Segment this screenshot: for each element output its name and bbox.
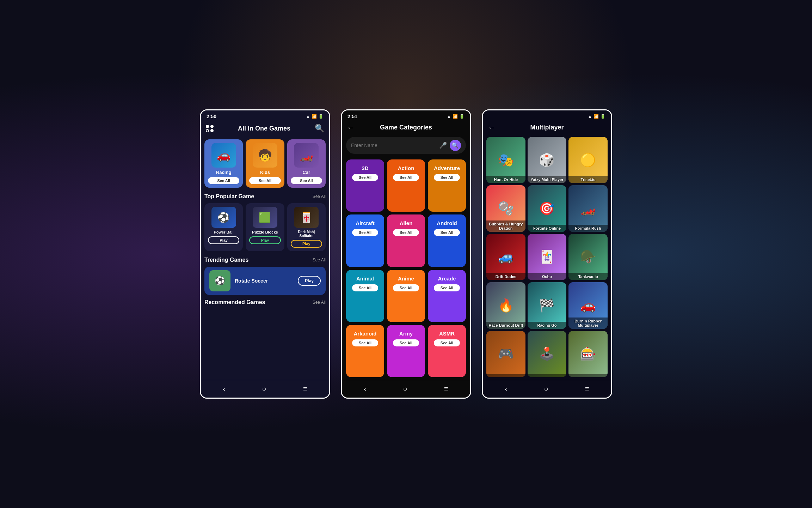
back-arrow-3[interactable]: ←: [488, 123, 496, 132]
game-powerball[interactable]: ⚽ Power Ball Play: [204, 203, 243, 251]
mp-triset[interactable]: 🟡 Triset.io: [568, 137, 608, 183]
back-btn-1[interactable]: ‹: [223, 385, 225, 393]
cat-army[interactable]: Army See All: [387, 325, 425, 377]
cat-card-kids[interactable]: 🧒 Kids See All: [246, 139, 284, 188]
search-submit-button[interactable]: 🔍: [450, 140, 461, 151]
mp-formula-rush[interactable]: 🏎️ Formula Rush: [568, 185, 608, 231]
menu-btn-1[interactable]: ≡: [303, 385, 307, 393]
mp-racing-go[interactable]: 🏁 Racing Go: [528, 282, 567, 328]
search-input[interactable]: [351, 143, 436, 148]
drift-label: Drift Dudes: [486, 273, 525, 280]
app-icon[interactable]: [206, 125, 214, 132]
home-btn-3[interactable]: ○: [544, 385, 548, 393]
kids-see-all-btn[interactable]: See All: [249, 177, 281, 184]
popular-see-all[interactable]: See All: [313, 194, 326, 199]
cat-asmr-see-all[interactable]: See All: [434, 339, 460, 346]
cat-card-car[interactable]: 🏎️ Car See All: [287, 139, 326, 188]
hunt-label: Hunt Or Hide: [486, 176, 525, 183]
cat-aircraft-see-all[interactable]: See All: [352, 229, 378, 236]
puzzle-image: 🟩: [253, 207, 277, 228]
home-btn-2[interactable]: ○: [403, 385, 407, 393]
mp-tankwar[interactable]: 🪖 Tankwar.io: [568, 234, 608, 280]
mp-fortnite[interactable]: 🎯 Fortnite Online: [528, 185, 567, 231]
cat-card-racing[interactable]: 🚗 Racing See All: [204, 139, 243, 188]
category-row: 🚗 Racing See All 🧒 Kids See All 🏎️: [204, 139, 326, 188]
back-arrow-2[interactable]: ←: [347, 123, 355, 132]
burnin-label: Burnin Rubber Multiplayer: [568, 318, 608, 329]
mp-extra-3[interactable]: 🎰: [568, 331, 608, 377]
cat-animal[interactable]: Animal See All: [346, 270, 384, 322]
dot-2: [210, 125, 214, 128]
mp-extra-1[interactable]: 🎮: [486, 331, 525, 377]
cat-action-see-all[interactable]: See All: [393, 174, 419, 181]
cat-action[interactable]: Action See All: [387, 159, 425, 212]
home-btn-1[interactable]: ○: [262, 385, 266, 393]
formula-label: Formula Rush: [568, 225, 608, 232]
header-2: ← Game Categories: [342, 121, 470, 134]
mp-ocho[interactable]: 🃏 Ocho: [528, 234, 567, 280]
trending-see-all[interactable]: See All: [313, 258, 326, 262]
cat-alien[interactable]: Alien See All: [387, 214, 425, 267]
nav-bar-2: ‹ ○ ≡: [342, 380, 470, 398]
cat-arcade-see-all[interactable]: See All: [434, 284, 460, 291]
cat-army-see-all[interactable]: See All: [393, 339, 419, 346]
fortnite-label: Fortnite Online: [528, 225, 567, 232]
rotate-soccer-image: ⚽: [209, 270, 230, 291]
status-bar-1: 2:50 ▲ 📶 🔋: [201, 110, 329, 121]
powerball-play-btn[interactable]: Play: [208, 236, 239, 244]
menu-btn-2[interactable]: ≡: [444, 385, 448, 393]
mp-burnin-rubber[interactable]: 🚗 Burnin Rubber Multiplayer: [568, 282, 608, 328]
cat-animal-see-all[interactable]: See All: [352, 284, 378, 291]
cat-alien-see-all[interactable]: See All: [393, 229, 419, 236]
game-puzzle[interactable]: 🟩 Puzzle Blocks Play: [246, 203, 284, 251]
mp-hunt-or-hide[interactable]: 🎭 Hunt Or Hide: [486, 137, 525, 183]
racing-see-all-btn[interactable]: See All: [208, 177, 239, 184]
cat-asmr[interactable]: ASMR See All: [428, 325, 466, 377]
cat-3d[interactable]: 3D See All: [346, 159, 384, 212]
puzzle-play-btn[interactable]: Play: [249, 236, 281, 244]
cat-anime[interactable]: Anime See All: [387, 270, 425, 322]
car-label: Car: [302, 170, 310, 175]
tankwar-label: Tankwar.io: [568, 273, 608, 280]
recommended-see-all[interactable]: See All: [313, 300, 326, 305]
cat-arcade[interactable]: Arcade See All: [428, 270, 466, 322]
mp-yatzy[interactable]: 🎲 Yatzy Multi Player: [528, 137, 567, 183]
mp-race-burnout[interactable]: 🔥 Race Burnout Drift: [486, 282, 525, 328]
search-button-1[interactable]: 🔍: [315, 124, 324, 133]
mp-drift-dudes[interactable]: 🚙 Drift Dudes: [486, 234, 525, 280]
trending-rotate-soccer[interactable]: ⚽ Rotate Soccer Play: [204, 267, 326, 295]
mahjong-play-btn[interactable]: Play: [291, 240, 322, 248]
mic-button[interactable]: 🎤: [439, 141, 447, 149]
rotate-soccer-play-btn[interactable]: Play: [298, 276, 321, 286]
cat-arkanoid[interactable]: Arkanoid See All: [346, 325, 384, 377]
back-btn-2[interactable]: ‹: [364, 385, 366, 393]
extra1-bg: 🎮: [486, 331, 525, 377]
menu-btn-3[interactable]: ≡: [585, 385, 589, 393]
multiplayer-grid: 🎭 Hunt Or Hide 🎲 Yatzy Multi Player 🟡 Tr…: [483, 134, 611, 380]
cat-arkanoid-see-all[interactable]: See All: [352, 339, 378, 346]
cat-android-label: Android: [437, 220, 457, 226]
categories-grid: 3D See All Action See All Adventure See …: [342, 157, 470, 380]
race-label: Race Burnout Drift: [486, 322, 525, 329]
cat-adventure[interactable]: Adventure See All: [428, 159, 466, 212]
search-bar: 🎤 🔍: [346, 137, 466, 154]
signal-icon-3: 📶: [593, 114, 599, 119]
back-btn-3[interactable]: ‹: [505, 385, 507, 393]
cat-anime-see-all[interactable]: See All: [393, 284, 419, 291]
status-icons-2: ▲ 📶 🔋: [447, 114, 465, 119]
mp-extra-2[interactable]: 🕹️: [528, 331, 567, 377]
cat-adventure-see-all[interactable]: See All: [434, 174, 460, 181]
car-see-all-btn[interactable]: See All: [291, 177, 322, 184]
wifi-icon-3: ▲: [588, 114, 592, 119]
game-mahjong[interactable]: 🀄 Dark Mahj Solitaire Play: [287, 203, 326, 251]
recommended-section-header: Recommended Games See All: [204, 299, 326, 306]
page-title-3: Multiplayer: [530, 124, 564, 131]
cat-android[interactable]: Android See All: [428, 214, 466, 267]
racing-label: Racing: [216, 170, 231, 175]
mp-bubbles[interactable]: 🫧 Bubbles & Hungry Dragon: [486, 185, 525, 231]
cat-3d-see-all[interactable]: See All: [352, 174, 378, 181]
cat-android-see-all[interactable]: See All: [434, 229, 460, 236]
cat-action-label: Action: [398, 165, 414, 171]
cat-aircraft[interactable]: Aircraft See All: [346, 214, 384, 267]
battery-icon-3: 🔋: [600, 114, 605, 119]
